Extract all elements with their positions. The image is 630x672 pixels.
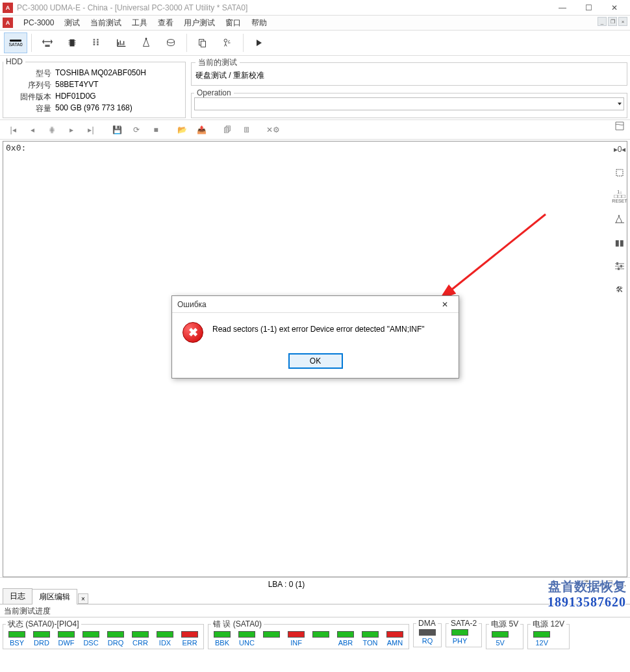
status-bar: LBA : 0 (1) 硬盘访问...... — [0, 577, 630, 590]
menu-help[interactable]: 帮助 — [246, 16, 272, 30]
led-indicator — [312, 631, 329, 638]
palette-tools-icon[interactable]: 🛠 — [612, 282, 627, 297]
paste-button[interactable]: 🗏 — [238, 122, 256, 138]
error-dialog: Ошибка ✕ ✖ Read sectors (1-1) ext error … — [171, 295, 459, 379]
nav-last-button[interactable]: ▸| — [82, 122, 100, 138]
nav-prev-button[interactable]: ◂ — [23, 122, 42, 138]
led-indicator — [58, 631, 75, 638]
export-button[interactable]: 📤 — [192, 122, 210, 138]
save-button[interactable]: 💾 — [108, 122, 126, 138]
tab-log[interactable]: 日志 — [3, 588, 32, 604]
stop-button[interactable]: ■ — [147, 122, 165, 138]
led-indicator — [107, 631, 124, 638]
toolbar-btn-chart[interactable] — [110, 32, 133, 53]
maximize-button[interactable]: ☐ — [575, 1, 601, 15]
led-ERR: ERR — [179, 631, 201, 647]
settings-button[interactable]: ✕⚙ — [264, 122, 282, 138]
toolbar-btn-compass[interactable] — [134, 32, 158, 53]
menu-user-test[interactable]: 用户测试 — [179, 16, 220, 30]
tab-close-button[interactable]: × — [78, 593, 88, 604]
play-icon — [257, 40, 262, 46]
led-group-2: DMARQ — [413, 619, 442, 647]
hdd-model-label: 型号 — [7, 68, 55, 79]
minimize-button[interactable]: — — [549, 1, 575, 15]
nav-next-button[interactable]: ▸ — [62, 122, 81, 138]
close-button[interactable]: ✕ — [601, 1, 627, 15]
led-ABR: ABR — [334, 631, 357, 647]
led-indicator — [419, 629, 436, 636]
led-indicator — [8, 631, 25, 638]
app-icon-small: A — [3, 18, 13, 28]
refresh-button[interactable]: ⟳ — [127, 122, 145, 138]
hdd-model-value: TOSHIBA MQ02ABF050H — [55, 68, 146, 79]
operation-legend: Operation — [194, 88, 234, 97]
dialog-ok-button[interactable]: OK — [288, 353, 343, 369]
operation-dropdown[interactable] — [194, 97, 624, 110]
bottom-tabs: 日志 扇区编辑 × — [0, 590, 630, 604]
menu-window[interactable]: 窗口 — [220, 16, 246, 30]
menu-tools[interactable]: 工具 — [127, 16, 153, 30]
led-indicator — [451, 629, 468, 636]
toolbar-btn-1[interactable] — [36, 32, 59, 53]
led-blank-2 — [260, 631, 283, 647]
toolbar-btn-copy[interactable] — [191, 32, 214, 53]
toolbar-btn-play[interactable] — [247, 32, 271, 53]
palette-chip-icon[interactable] — [612, 166, 627, 180]
hdd-serial-label: 序列号 — [7, 80, 55, 91]
led-label: IDX — [159, 639, 171, 647]
svg-rect-9 — [618, 268, 620, 270]
palette-spin-icon[interactable]: ▸0◂ — [612, 142, 627, 156]
palette-probe-icon[interactable] — [612, 212, 627, 227]
svg-rect-0 — [69, 40, 74, 47]
led-label: DRQ — [108, 639, 123, 647]
palette-sliders-icon[interactable] — [612, 259, 627, 273]
svg-point-2 — [168, 40, 175, 43]
tab-sector-edit[interactable]: 扇区编辑 — [32, 589, 77, 604]
led-group-legend: 电源 5V — [489, 619, 520, 630]
led-AMN: AMN — [384, 631, 406, 647]
mdi-minimize[interactable]: _ — [598, 17, 607, 26]
palette-scroll-icon[interactable] — [612, 119, 627, 133]
palette-pause-icon[interactable]: ▮▮ — [612, 236, 627, 250]
dialog-close-button[interactable]: ✕ — [436, 297, 453, 312]
hdd-cap-label: 容量 — [7, 103, 55, 114]
led-RQ: RQ — [416, 629, 438, 645]
svg-point-5 — [224, 39, 227, 42]
open-button[interactable]: 📂 — [173, 122, 191, 138]
hdd-fw-value: HDF01D0G — [55, 92, 96, 103]
dialog-message: Read sectors (1-1) ext error Device erro… — [212, 322, 425, 334]
led-group-legend: SATA-2 — [449, 619, 479, 628]
menu-current-test[interactable]: 当前测试 — [85, 16, 127, 30]
toolbar-btn-chip[interactable] — [60, 32, 84, 53]
led-label: BBK — [215, 639, 229, 647]
menu-test[interactable]: 测试 — [59, 16, 85, 30]
lba-display: LBA : 0 (1) — [268, 580, 305, 589]
progress-label: 当前测试进度 — [0, 604, 630, 617]
sata0-button[interactable]: SATA0 — [4, 32, 27, 53]
menu-pc3000[interactable]: PC-3000 — [18, 17, 59, 29]
info-panel: HDD 型号TOSHIBA MQ02ABF050H 序列号58BET4YVT 固… — [0, 56, 630, 120]
led-group-legend: 错 误 (SATA0) — [211, 619, 264, 630]
copy-button[interactable]: 🗐 — [218, 122, 236, 138]
toolbar-btn-list[interactable] — [85, 32, 108, 53]
led-group-5: 电源 12V12V — [527, 619, 570, 649]
led-label: RQ — [422, 637, 433, 645]
palette-reset-icon[interactable]: 1↓☐☐☐RESET — [612, 189, 627, 203]
nav-goto-button[interactable]: ⋕ — [43, 122, 61, 138]
led-indicator — [263, 631, 280, 638]
led-CRR: CRR — [129, 631, 151, 647]
led-group-0: 状态 (SATA0)-[PIO4]BSYDRDDWFDSCDRQCRRIDXER… — [3, 619, 204, 649]
led-label: 5V — [496, 639, 505, 647]
mdi-close[interactable]: × — [618, 17, 627, 26]
led-label: AMN — [387, 639, 403, 647]
menu-view[interactable]: 查看 — [153, 16, 179, 30]
led-indicator — [82, 631, 99, 638]
mdi-restore[interactable]: ❐ — [608, 17, 617, 26]
toolbar-btn-disk[interactable] — [159, 32, 183, 53]
led-5V: 5V — [489, 631, 511, 647]
toolbar-btn-run[interactable] — [216, 32, 239, 53]
led-blank-4 — [310, 631, 332, 647]
led-BBK: BBK — [211, 631, 233, 647]
nav-first-button[interactable]: |◂ — [4, 122, 22, 138]
led-indicator — [492, 631, 509, 638]
